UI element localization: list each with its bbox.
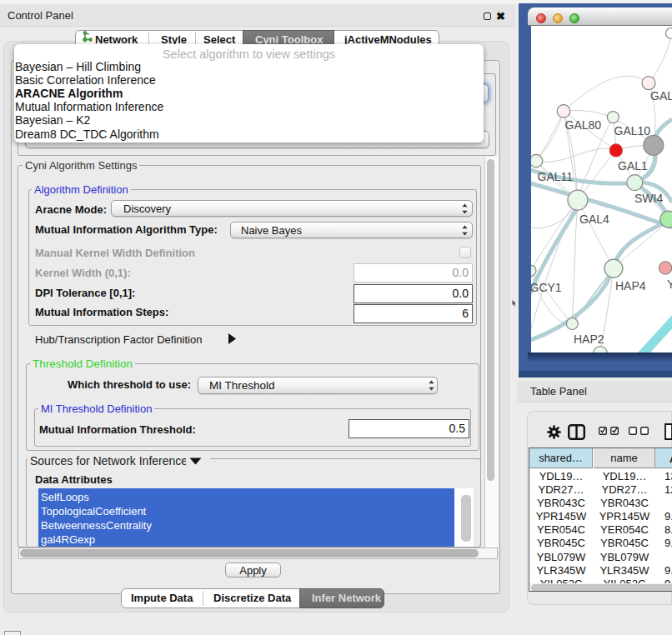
svg-text:GAL4: GAL4	[579, 212, 609, 226]
svg-text:Y: Y	[667, 278, 672, 291]
svg-text:HAP4: HAP4	[615, 279, 646, 292]
svg-text:GAL80: GAL80	[565, 118, 602, 132]
svg-text:GAL11: GAL11	[538, 170, 574, 183]
svg-text:GAL10: GAL10	[614, 124, 651, 138]
svg-text:GAL: GAL	[650, 89, 672, 102]
svg-text:SWI4: SWI4	[634, 192, 663, 205]
svg-text:GCY1: GCY1	[531, 281, 562, 294]
svg-text:GAL1: GAL1	[618, 159, 648, 172]
svg-text:HAP2: HAP2	[574, 332, 604, 346]
